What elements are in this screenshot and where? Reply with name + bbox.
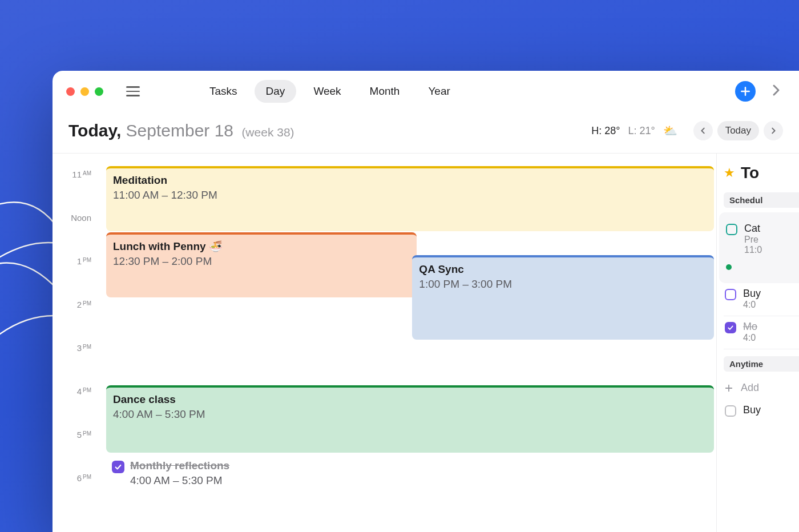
sidebar-task-indicator[interactable]: [725, 257, 799, 277]
tab-tasks[interactable]: Tasks: [198, 80, 249, 103]
event-time: 11:00 AM – 12:30 PM: [113, 188, 707, 203]
weather-high: H: 28°: [591, 125, 620, 137]
day-nav: Today: [693, 121, 783, 140]
task-sidebar: ★ To Schedul Cat Pre 11:0: [716, 154, 799, 532]
task-checkbox[interactable]: [725, 289, 736, 300]
weather-low: L: 21°: [628, 125, 655, 137]
task-checkbox[interactable]: [726, 224, 737, 235]
event-title: Dance class: [113, 392, 707, 407]
tab-month[interactable]: Month: [358, 80, 411, 103]
weather-icon: ⛅: [663, 124, 677, 138]
add-task-button[interactable]: Add: [724, 376, 799, 400]
calendar-day-view[interactable]: 11AM Noon 1PM 2PM 3PM 4PM 5PM 6PM Medita…: [53, 154, 716, 532]
add-task-label: Add: [741, 382, 759, 394]
task-title: Mo: [743, 321, 757, 333]
chevron-left-icon: [699, 127, 707, 135]
event-title: Monthly reflections: [130, 458, 229, 473]
sidebar-task-completed[interactable]: Mo 4:0: [724, 316, 799, 349]
event-title: Lunch with Penny 🍜: [113, 239, 410, 254]
date-label: September 18: [126, 121, 233, 140]
task-time: 4:0: [743, 333, 757, 343]
check-icon: [727, 324, 734, 331]
tab-year[interactable]: Year: [417, 80, 461, 103]
task-title: Buy: [743, 288, 761, 300]
close-window-button[interactable]: [66, 87, 75, 96]
tab-day[interactable]: Day: [255, 80, 297, 103]
sidebar-task-buy2[interactable]: Buy: [724, 400, 799, 422]
event-title: Meditation: [113, 173, 707, 188]
chevron-right-icon: [769, 127, 777, 135]
plus-icon: [724, 383, 734, 393]
view-tabs: Tasks Day Week Month Year: [198, 80, 462, 103]
weather-widget: H: 28° L: 21° ⛅: [591, 124, 677, 138]
sidebar-title: To: [741, 164, 759, 182]
next-day-button[interactable]: [764, 121, 783, 140]
event-time: 1:00 PM – 3:00 PM: [419, 277, 707, 292]
chevron-right-icon: [772, 84, 781, 96]
section-scheduled: Schedul: [724, 192, 799, 208]
event-title: QA Sync: [419, 262, 707, 277]
task-subtitle: Pre: [744, 235, 762, 245]
tab-week[interactable]: Week: [302, 80, 352, 103]
task-title: Cat: [744, 223, 762, 235]
today-label: Today,: [68, 121, 121, 140]
zoom-window-button[interactable]: [95, 87, 103, 96]
sidebar-task-catchup[interactable]: Cat Pre 11:0: [725, 218, 799, 257]
check-icon: [114, 463, 122, 471]
hour-gutter: 11AM Noon 1PM 2PM 3PM 4PM 5PM 6PM: [53, 154, 96, 532]
sidebar-toggle-icon[interactable]: [126, 86, 140, 96]
event-time: 4:00 AM – 5:30 PM: [113, 407, 707, 422]
event-time: 4:00 AM – 5:30 PM: [130, 473, 229, 488]
app-window: Tasks Day Week Month Year Today, Septemb…: [53, 71, 799, 532]
date-header: Today, September 18 (week 38) H: 28° L: …: [53, 112, 799, 154]
star-icon: ★: [724, 166, 735, 180]
task-checkbox-checked[interactable]: [112, 461, 124, 473]
task-time: 4:0: [743, 300, 761, 310]
add-event-button[interactable]: [735, 81, 756, 102]
event-reflections[interactable]: Monthly reflections 4:00 AM – 5:30 PM: [110, 456, 714, 487]
event-qa-sync[interactable]: QA Sync 1:00 PM – 3:00 PM: [412, 255, 714, 340]
window-controls: [66, 87, 103, 96]
event-time: 12:30 PM – 2:00 PM: [113, 254, 410, 269]
event-dance[interactable]: Dance class 4:00 AM – 5:30 PM: [106, 385, 714, 453]
toolbar: Tasks Day Week Month Year: [53, 71, 799, 112]
task-time: 11:0: [744, 245, 762, 255]
task-checkbox[interactable]: [725, 405, 736, 417]
today-button[interactable]: Today: [717, 121, 759, 140]
section-anytime: Anytime: [724, 356, 799, 372]
task-checkbox-checked[interactable]: [725, 322, 736, 333]
prev-day-button[interactable]: [693, 121, 713, 140]
status-dot-icon: [726, 264, 732, 270]
plus-icon: [740, 86, 751, 97]
week-number: (week 38): [241, 126, 294, 139]
event-meditation[interactable]: Meditation 11:00 AM – 12:30 PM: [106, 166, 714, 231]
event-lunch[interactable]: Lunch with Penny 🍜 12:30 PM – 2:00 PM: [106, 232, 417, 297]
minimize-window-button[interactable]: [80, 87, 89, 96]
task-title: Buy: [743, 404, 761, 416]
expand-panel-button[interactable]: [772, 84, 781, 99]
sidebar-task-buy[interactable]: Buy 4:0: [724, 283, 799, 316]
